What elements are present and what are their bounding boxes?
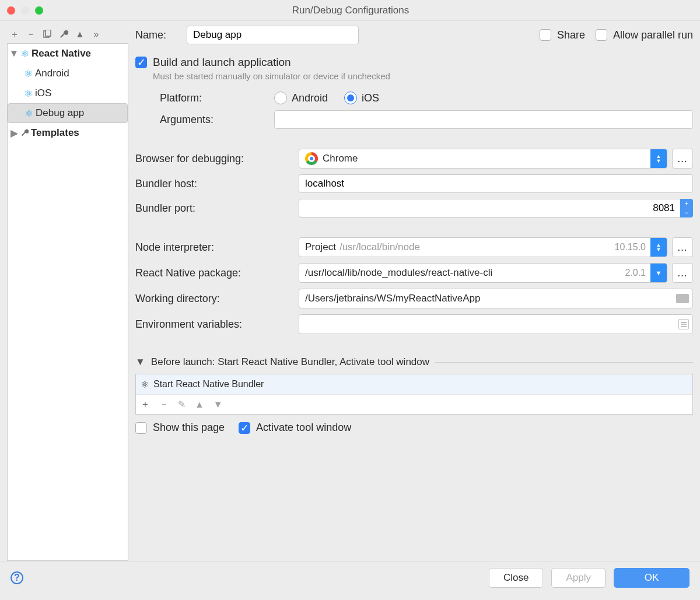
chevron-down-icon: ▼ xyxy=(650,264,667,282)
form-panel: Name: Share Allow parallel run ✓ Build a… xyxy=(135,26,693,561)
remove-config-icon[interactable]: － xyxy=(26,29,36,41)
dropdown-arrows-icon: ▲▼ xyxy=(650,238,667,257)
before-launch-header: Before launch: Start React Native Bundle… xyxy=(151,356,429,368)
tree-templates[interactable]: ▶ Templates xyxy=(8,123,128,143)
chrome-icon xyxy=(305,152,318,165)
before-launch-item[interactable]: ⚛ Start React Native Bundler xyxy=(136,374,692,394)
env-label: Environment variables: xyxy=(135,318,299,331)
browse-button[interactable]: … xyxy=(672,237,693,257)
port-stepper[interactable]: +− xyxy=(680,199,693,217)
share-checkbox[interactable]: Share xyxy=(540,29,585,41)
check-icon: ✓ xyxy=(239,422,250,434)
up-icon[interactable]: ▲ xyxy=(75,29,85,40)
remove-icon[interactable]: － xyxy=(159,398,169,410)
dialog-footer: ? Close Apply OK xyxy=(0,561,700,594)
browser-label: Browser for debugging: xyxy=(135,153,299,165)
bundler-port-label: Bundler port: xyxy=(135,202,299,215)
edit-icon[interactable]: ✎ xyxy=(178,399,186,410)
react-icon: ⚛ xyxy=(141,379,149,390)
node-label: Node interpreter: xyxy=(135,241,299,254)
name-input[interactable] xyxy=(187,26,359,44)
bundler-host-label: Bundler host: xyxy=(135,178,299,190)
more-icon[interactable]: » xyxy=(91,29,102,40)
list-icon[interactable] xyxy=(678,319,689,329)
tree-react-native[interactable]: ▼ ⚛ React Native xyxy=(8,44,128,64)
close-button[interactable]: Close xyxy=(489,568,543,588)
name-label: Name: xyxy=(135,29,176,41)
chevron-down-icon: ▼ xyxy=(10,48,18,59)
plus-icon: + xyxy=(680,199,693,208)
sidebar-toolbar: ＋ － ▲ » xyxy=(7,26,128,43)
build-launch-checkbox[interactable]: ✓ Build and launch application xyxy=(135,56,693,69)
platform-label: Platform: xyxy=(135,92,274,104)
tree-item-ios[interactable]: ⚛ iOS xyxy=(8,83,128,103)
node-select[interactable]: Project/usr/local/bin/node 10.15.0 ▲▼ xyxy=(299,237,667,257)
check-icon: ✓ xyxy=(135,57,147,68)
browse-button[interactable]: … xyxy=(672,149,693,169)
arguments-input[interactable] xyxy=(274,110,693,129)
add-icon[interactable]: ＋ xyxy=(141,398,150,410)
wd-label: Working directory: xyxy=(135,293,299,305)
browse-button[interactable]: … xyxy=(672,263,693,283)
add-config-icon[interactable]: ＋ xyxy=(9,29,20,41)
parallel-checkbox[interactable]: Allow parallel run xyxy=(596,29,693,41)
config-tree: ▼ ⚛ React Native ⚛ Android ⚛ iOS ⚛ Debug… xyxy=(7,43,128,561)
config-sidebar: ＋ － ▲ » ▼ ⚛ React Native ⚛ Android ⚛ iOS… xyxy=(7,26,128,561)
tree-item-debug-app[interactable]: ⚛ Debug app xyxy=(8,103,128,123)
pkg-select[interactable]: /usr/local/lib/node_modules/react-native… xyxy=(299,263,667,283)
platform-android-radio[interactable]: Android xyxy=(274,92,328,104)
titlebar: Run/Debug Configurations xyxy=(0,0,700,21)
help-icon[interactable]: ? xyxy=(10,571,23,584)
wrench-icon xyxy=(20,129,29,137)
react-icon: ⚛ xyxy=(24,68,33,80)
browser-select[interactable]: Chrome ▲▼ xyxy=(299,149,667,169)
before-launch-list: ⚛ Start React Native Bundler ＋ － ✎ ▲ ▼ xyxy=(135,374,693,415)
window-title: Run/Debug Configurations xyxy=(8,5,693,16)
folder-icon[interactable] xyxy=(676,294,689,303)
dropdown-arrows-icon: ▲▼ xyxy=(650,149,667,168)
chevron-right-icon: ▶ xyxy=(10,127,18,139)
build-hint: Must be started manually on simulator or… xyxy=(153,71,693,81)
chevron-down-icon[interactable]: ▼ xyxy=(135,356,145,368)
show-page-checkbox[interactable]: Show this page xyxy=(135,422,225,434)
activate-tool-checkbox[interactable]: ✓Activate tool window xyxy=(239,422,351,434)
down-icon[interactable]: ▼ xyxy=(214,399,223,410)
react-icon: ⚛ xyxy=(24,87,33,100)
platform-ios-radio[interactable]: iOS xyxy=(344,92,379,104)
react-icon: ⚛ xyxy=(24,107,33,120)
arguments-label: Arguments: xyxy=(135,114,274,126)
bundler-port-input[interactable] xyxy=(299,199,681,217)
up-icon[interactable]: ▲ xyxy=(195,399,204,410)
pkg-label: React Native package: xyxy=(135,267,299,279)
react-icon: ⚛ xyxy=(20,48,29,60)
copy-config-icon[interactable] xyxy=(42,30,52,39)
ok-button[interactable]: OK xyxy=(614,568,690,588)
minus-icon: − xyxy=(680,208,693,217)
apply-button[interactable]: Apply xyxy=(551,568,606,588)
bundler-host-input[interactable] xyxy=(299,174,693,193)
wrench-icon[interactable] xyxy=(58,30,69,39)
env-input[interactable] xyxy=(299,314,693,334)
wd-input[interactable]: /Users/jetbrains/WS/myReactNativeApp xyxy=(299,289,693,308)
svg-rect-1 xyxy=(46,30,51,36)
tree-item-android[interactable]: ⚛ Android xyxy=(8,64,128,83)
